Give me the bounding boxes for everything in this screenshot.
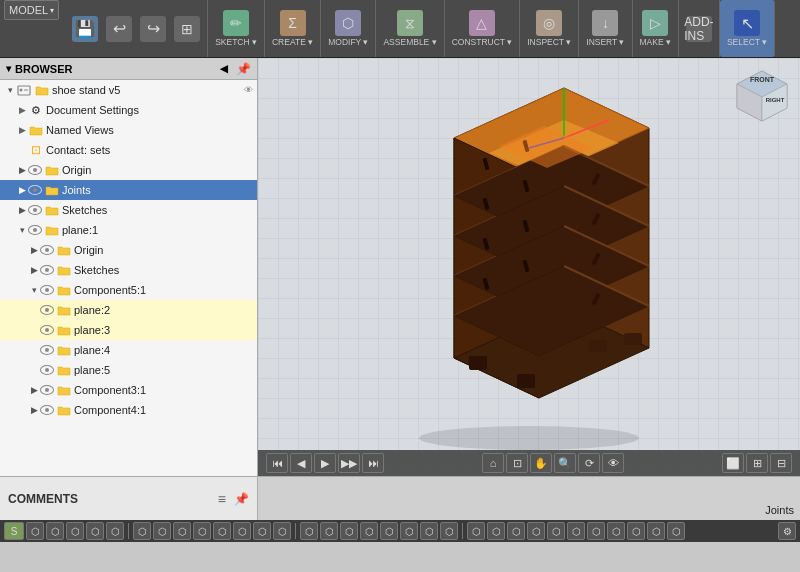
bt-btn-16[interactable]: ⬡ bbox=[320, 522, 338, 540]
nav-fit-button[interactable]: ⊡ bbox=[506, 453, 528, 473]
tree-item-joints[interactable]: ▶ Joints bbox=[0, 180, 257, 200]
redo-button[interactable]: ↪ bbox=[137, 14, 169, 44]
bt-btn-6[interactable]: ⬡ bbox=[106, 522, 124, 540]
bt-btn-10[interactable]: ⬡ bbox=[193, 522, 211, 540]
bt-btn-8[interactable]: ⬡ bbox=[153, 522, 171, 540]
bt-btn-24[interactable]: ⬡ bbox=[487, 522, 505, 540]
tree-item-component4[interactable]: ▶ Component4:1 bbox=[0, 400, 257, 420]
bt-btn-7[interactable]: ⬡ bbox=[133, 522, 151, 540]
timeline-bar[interactable] bbox=[258, 477, 800, 520]
grid-button[interactable]: ⊞ bbox=[171, 14, 203, 44]
comments-menu-button[interactable]: ≡ bbox=[218, 491, 226, 507]
bt-btn-28[interactable]: ⬡ bbox=[567, 522, 585, 540]
eye-icon-plane1[interactable] bbox=[28, 225, 42, 235]
select-button[interactable]: ↖ SELECT ▾ bbox=[724, 8, 770, 49]
bt-btn-21[interactable]: ⬡ bbox=[420, 522, 438, 540]
nav-first-button[interactable]: ⏮ bbox=[266, 453, 288, 473]
eye-icon-plane4[interactable] bbox=[40, 345, 54, 355]
eye-icon-comp4[interactable] bbox=[40, 405, 54, 415]
insert-button[interactable]: ↓ INSERT ▾ bbox=[583, 8, 627, 49]
nav-next-button[interactable]: ▶▶ bbox=[338, 453, 360, 473]
bt-btn-23[interactable]: ⬡ bbox=[467, 522, 485, 540]
browser-collapse-button[interactable]: ◀ bbox=[220, 63, 228, 74]
create-button[interactable]: Σ CREATE ▾ bbox=[269, 8, 316, 49]
add-ins-button[interactable]: ADD-INS bbox=[683, 14, 715, 44]
eye-icon-sketches2[interactable] bbox=[40, 265, 54, 275]
tree-item-plane2[interactable]: plane:2 bbox=[0, 300, 257, 320]
nav-last-button[interactable]: ⏭ bbox=[362, 453, 384, 473]
save-button[interactable]: 💾 bbox=[69, 14, 101, 44]
bt-btn-31[interactable]: ⬡ bbox=[627, 522, 645, 540]
orientation-cube[interactable]: FRONT RIGHT bbox=[732, 66, 792, 126]
bt-btn-26[interactable]: ⬡ bbox=[527, 522, 545, 540]
eye-icon-comp5[interactable] bbox=[40, 285, 54, 295]
bt-btn-30[interactable]: ⬡ bbox=[607, 522, 625, 540]
nav-home-button[interactable]: ⌂ bbox=[482, 453, 504, 473]
viewport[interactable]: FRONT RIGHT ⏮ ◀ ▶ ▶▶ ⏭ ⌂ ⊡ ✋ 🔍 ⟳ 👁 ⬜ bbox=[258, 58, 800, 476]
bt-btn-20[interactable]: ⬡ bbox=[400, 522, 418, 540]
nav-display2-button[interactable]: ⊞ bbox=[746, 453, 768, 473]
bt-sketch-button[interactable]: S bbox=[4, 522, 24, 540]
tree-item-contact[interactable]: ⊡ Contact: sets bbox=[0, 140, 257, 160]
bt-btn-19[interactable]: ⬡ bbox=[380, 522, 398, 540]
bt-btn-33[interactable]: ⬡ bbox=[667, 522, 685, 540]
tree-item-sketches[interactable]: ▶ Sketches bbox=[0, 200, 257, 220]
bt-btn-3[interactable]: ⬡ bbox=[46, 522, 64, 540]
construct-button[interactable]: △ CONSTRUCT ▾ bbox=[449, 8, 516, 49]
tree-item-origin2[interactable]: ▶ Origin bbox=[0, 240, 257, 260]
nav-pan-button[interactable]: ✋ bbox=[530, 453, 552, 473]
eye-icon-plane3[interactable] bbox=[40, 325, 54, 335]
undo-button[interactable]: ↩ bbox=[103, 14, 135, 44]
assemble-button[interactable]: ⧖ ASSEMBLE ▾ bbox=[380, 8, 439, 49]
tree-item-component5[interactable]: ▾ Component5:1 bbox=[0, 280, 257, 300]
bt-btn-17[interactable]: ⬡ bbox=[340, 522, 358, 540]
tree-item-plane4[interactable]: plane:4 bbox=[0, 340, 257, 360]
comments-pin-button[interactable]: 📌 bbox=[234, 492, 249, 506]
nav-prev-button[interactable]: ◀ bbox=[290, 453, 312, 473]
model-dropdown[interactable]: MODEL ▾ bbox=[4, 0, 59, 20]
tree-item-plane5[interactable]: plane:5 bbox=[0, 360, 257, 380]
nav-play-button[interactable]: ▶ bbox=[314, 453, 336, 473]
nav-display3-button[interactable]: ⊟ bbox=[770, 453, 792, 473]
bt-btn-12[interactable]: ⬡ bbox=[233, 522, 251, 540]
bt-btn-11[interactable]: ⬡ bbox=[213, 522, 231, 540]
eye-icon-origin[interactable] bbox=[28, 165, 42, 175]
eye-icon-sketches[interactable] bbox=[28, 205, 42, 215]
eye-icon-joints[interactable] bbox=[28, 185, 42, 195]
tree-item-root[interactable]: ▾ shoe stand v5 👁 bbox=[0, 80, 257, 100]
nav-look-button[interactable]: 👁 bbox=[602, 453, 624, 473]
tree-item-origin[interactable]: ▶ Origin bbox=[0, 160, 257, 180]
bt-btn-25[interactable]: ⬡ bbox=[507, 522, 525, 540]
bt-btn-4[interactable]: ⬡ bbox=[66, 522, 84, 540]
tree-item-component3[interactable]: ▶ Component3:1 bbox=[0, 380, 257, 400]
bt-btn-18[interactable]: ⬡ bbox=[360, 522, 378, 540]
tree-item-plane1[interactable]: ▾ plane:1 bbox=[0, 220, 257, 240]
eye-icon-plane2[interactable] bbox=[40, 305, 54, 315]
bt-btn-14[interactable]: ⬡ bbox=[273, 522, 291, 540]
nav-display1-button[interactable]: ⬜ bbox=[722, 453, 744, 473]
tree-item-doc-settings[interactable]: ▶ ⚙ Document Settings bbox=[0, 100, 257, 120]
sketch-button[interactable]: ✏ SKETCH ▾ bbox=[212, 8, 260, 49]
bt-settings-button[interactable]: ⚙ bbox=[778, 522, 796, 540]
tree-item-plane3[interactable]: plane:3 bbox=[0, 320, 257, 340]
bt-btn-22[interactable]: ⬡ bbox=[440, 522, 458, 540]
browser-expand-arrow[interactable]: ▾ bbox=[6, 63, 11, 74]
tree-item-sketches2[interactable]: ▶ Sketches bbox=[0, 260, 257, 280]
eye-icon-origin2[interactable] bbox=[40, 245, 54, 255]
bt-btn-15[interactable]: ⬡ bbox=[300, 522, 318, 540]
bt-btn-5[interactable]: ⬡ bbox=[86, 522, 104, 540]
bt-btn-32[interactable]: ⬡ bbox=[647, 522, 665, 540]
eye-icon-comp3[interactable] bbox=[40, 385, 54, 395]
bt-btn-27[interactable]: ⬡ bbox=[547, 522, 565, 540]
bt-btn-29[interactable]: ⬡ bbox=[587, 522, 605, 540]
eye-icon-plane5[interactable] bbox=[40, 365, 54, 375]
nav-zoom-button[interactable]: 🔍 bbox=[554, 453, 576, 473]
tree-item-named-views[interactable]: ▶ Named Views bbox=[0, 120, 257, 140]
bt-create-button[interactable]: ⬡ bbox=[26, 522, 44, 540]
bt-btn-13[interactable]: ⬡ bbox=[253, 522, 271, 540]
make-button[interactable]: ▷ MAKE ▾ bbox=[637, 8, 674, 49]
modify-button[interactable]: ⬡ MODIFY ▾ bbox=[325, 8, 371, 49]
browser-pin-button[interactable]: 📌 bbox=[236, 62, 251, 76]
nav-orbit-button[interactable]: ⟳ bbox=[578, 453, 600, 473]
inspect-button[interactable]: ◎ INSPECT ▾ bbox=[524, 8, 574, 49]
